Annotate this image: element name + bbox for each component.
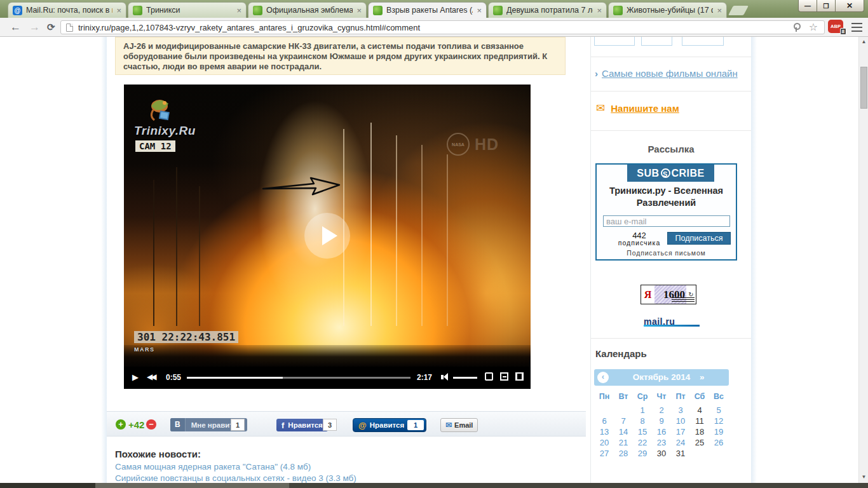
article-intro: AJ-26 и модифицированные самарские НК-33… bbox=[115, 37, 566, 75]
tab-close-icon[interactable] bbox=[597, 6, 602, 15]
calendar-day[interactable]: 24 bbox=[671, 437, 690, 448]
downvote-icon[interactable] bbox=[146, 419, 156, 430]
launch-tower bbox=[370, 123, 372, 326]
video-site-watermark: Trinixy.Ru bbox=[134, 124, 196, 138]
calendar-day[interactable]: 20 bbox=[595, 437, 614, 448]
calendar-day[interactable]: 16 bbox=[652, 426, 671, 437]
scroll-up-icon[interactable] bbox=[859, 37, 868, 46]
calendar-next-icon[interactable]: » bbox=[700, 372, 705, 382]
tab-close-icon[interactable] bbox=[717, 6, 722, 15]
counter-lines bbox=[672, 297, 695, 302]
annotation-arrow-icon bbox=[261, 173, 343, 199]
progress-bar[interactable] bbox=[187, 377, 410, 379]
calendar-day[interactable]: 29 bbox=[633, 448, 652, 459]
url-text[interactable]: trinixy.ru/page,1,2,107843-vzryv_rakety_… bbox=[78, 23, 791, 32]
tab-close-icon[interactable] bbox=[356, 6, 362, 15]
rewind-icon[interactable] bbox=[147, 372, 154, 381]
menu-icon[interactable] bbox=[851, 23, 862, 32]
back-icon[interactable] bbox=[10, 20, 21, 34]
tab-close-icon[interactable] bbox=[477, 6, 482, 15]
related-link[interactable]: Сирийские повстанцы в социальных сетях -… bbox=[115, 473, 579, 483]
tab-close-icon[interactable] bbox=[236, 6, 241, 15]
calendar-heading: Календарь bbox=[595, 348, 647, 359]
window-controls bbox=[798, 0, 864, 12]
restore-button[interactable] bbox=[817, 0, 835, 12]
mailru-at-icon: @ bbox=[358, 421, 367, 430]
related-link[interactable]: Самая мощная ядерная ракета "Сатана" (4.… bbox=[115, 461, 579, 473]
nasa-hd-watermark: NASA HD bbox=[447, 133, 499, 156]
volume-icon[interactable] bbox=[441, 373, 448, 381]
tab-strip: Mail.Ru: почта, поиск в иТриниксиОфициал… bbox=[8, 2, 746, 18]
newsletter-title: Развлечений bbox=[597, 198, 736, 208]
calendar-day[interactable]: 21 bbox=[614, 437, 633, 448]
calendar-day[interactable]: 28 bbox=[614, 448, 633, 459]
email-share-button[interactable]: Email bbox=[440, 418, 478, 432]
calendar-day[interactable]: 10 bbox=[671, 416, 690, 426]
calendar-day-name: Ср bbox=[633, 392, 652, 401]
calendar-day[interactable]: 15 bbox=[633, 426, 652, 437]
calendar-day[interactable]: 1 bbox=[633, 405, 652, 416]
play-icon[interactable] bbox=[132, 372, 139, 382]
minimize-button[interactable] bbox=[798, 0, 817, 12]
reload-icon[interactable] bbox=[47, 20, 55, 34]
scrollbar[interactable] bbox=[858, 37, 868, 483]
new-tab-button[interactable] bbox=[728, 6, 749, 15]
calendar-day[interactable]: 26 bbox=[709, 437, 728, 448]
browser-tab[interactable]: Триникси bbox=[128, 2, 247, 18]
calendar-day: 31 bbox=[671, 448, 690, 459]
address-bar[interactable]: trinixy.ru/page,1,2,107843-vzryv_rakety_… bbox=[60, 20, 825, 34]
browser-tab[interactable]: Животные-убийцы (17 ф bbox=[608, 2, 727, 18]
video-frame[interactable]: Trinixy.Ru CAM 12 NASA HD 301 22:22:43.8… bbox=[124, 85, 531, 367]
calendar-day[interactable]: 6 bbox=[595, 416, 614, 426]
calendar-day[interactable]: 2 bbox=[652, 405, 671, 416]
camera-label: CAM 12 bbox=[135, 140, 175, 152]
calendar-day[interactable]: 22 bbox=[633, 437, 652, 448]
calendar-day-name: Пн bbox=[595, 392, 614, 401]
sidebar-partial-button[interactable] bbox=[682, 37, 724, 46]
calendar-day[interactable]: 12 bbox=[709, 416, 728, 426]
fullscreen-icon[interactable] bbox=[515, 372, 524, 381]
mailru-like-button[interactable]: @ Нравится 1 bbox=[353, 418, 426, 432]
adblock-icon[interactable]: ABP 8 bbox=[828, 20, 843, 33]
video-player[interactable]: Trinixy.Ru CAM 12 NASA HD 301 22:22:43.8… bbox=[124, 85, 531, 389]
calendar-day-names: ПнВтСрЧтПтСбВс bbox=[595, 392, 728, 401]
sidebar-item-contact-us[interactable]: Напишите нам bbox=[596, 102, 679, 115]
browser-tab[interactable]: Взрыв ракеты Antares (Аn bbox=[368, 2, 487, 18]
calendar-day[interactable]: 27 bbox=[595, 448, 614, 459]
yandex-counter[interactable]: Я 1600 bbox=[641, 285, 696, 304]
browser-tab[interactable]: Девушка потратила 7 лет bbox=[488, 2, 607, 18]
close-button[interactable] bbox=[835, 0, 864, 12]
facebook-like-button[interactable]: f Нравится bbox=[276, 419, 328, 431]
pip-icon[interactable] bbox=[485, 372, 493, 381]
play-overlay-icon[interactable] bbox=[304, 213, 350, 259]
upvote-icon[interactable] bbox=[116, 419, 126, 430]
browser-tab[interactable]: Официальная эмблема bbox=[248, 2, 367, 18]
bookmark-star-icon[interactable] bbox=[809, 22, 818, 32]
newsletter-email-input[interactable] bbox=[603, 215, 730, 227]
calendar-day[interactable]: 8 bbox=[633, 416, 652, 426]
subscribe-by-letter-link[interactable]: Подписаться письмом bbox=[597, 249, 736, 257]
subscribe-button[interactable]: Подписаться bbox=[667, 232, 731, 245]
sidebar-partial-button[interactable] bbox=[641, 37, 672, 46]
scroll-down-icon[interactable] bbox=[859, 473, 868, 482]
sidebar-partial-button[interactable] bbox=[594, 37, 635, 46]
newsletter-heading: Рассылка bbox=[591, 144, 751, 154]
calendar-day[interactable]: 23 bbox=[652, 437, 671, 448]
key-icon[interactable] bbox=[791, 23, 800, 32]
calendar-day-name: Сб bbox=[690, 392, 709, 401]
calendar-day[interactable]: 17 bbox=[671, 426, 690, 437]
calendar-day[interactable]: 13 bbox=[595, 426, 614, 437]
calendar-day[interactable]: 19 bbox=[709, 426, 728, 437]
sidebar-item-new-films[interactable]: ›Самые новые фильмы онлайн bbox=[595, 68, 738, 79]
calendar-day[interactable]: 5 bbox=[709, 405, 728, 416]
tab-close-icon[interactable] bbox=[116, 6, 121, 15]
browser-tab[interactable]: Mail.Ru: почта, поиск в и bbox=[8, 2, 126, 18]
calendar-day[interactable]: 7 bbox=[614, 416, 633, 426]
calendar-day bbox=[690, 448, 709, 459]
playlist-icon[interactable] bbox=[500, 372, 508, 381]
calendar-day[interactable]: 9 bbox=[652, 416, 671, 426]
volume-slider[interactable] bbox=[453, 377, 477, 379]
calendar-day[interactable]: 14 bbox=[614, 426, 633, 437]
calendar-day[interactable]: 3 bbox=[671, 405, 690, 416]
scrollbar-thumb[interactable] bbox=[860, 67, 867, 109]
